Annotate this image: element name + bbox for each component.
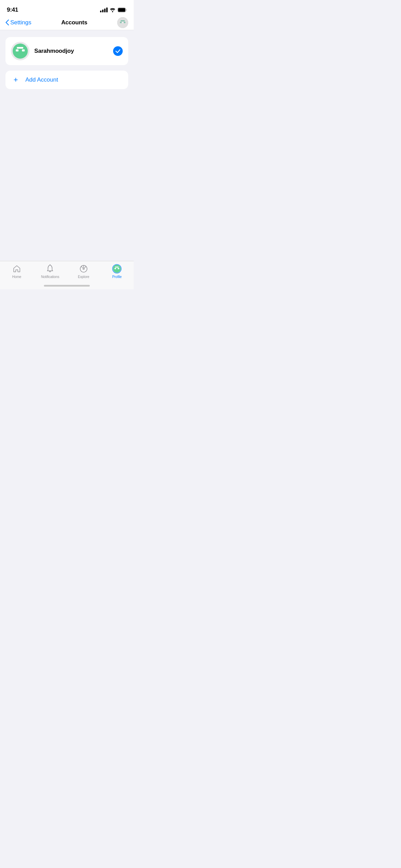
back-button[interactable]: Settings xyxy=(5,19,31,26)
add-account-row[interactable]: + Add Account xyxy=(5,71,128,89)
svg-point-0 xyxy=(112,11,113,12)
main-content: Sarahmoodjoy + Add Account xyxy=(0,30,134,96)
nav-bar: Settings Accounts xyxy=(0,15,134,30)
tab-profile[interactable]: Profile xyxy=(100,264,134,279)
page-title: Accounts xyxy=(61,19,87,26)
wifi-icon xyxy=(110,8,116,12)
explore-icon xyxy=(79,264,88,274)
add-plus-icon: + xyxy=(11,76,21,84)
nav-right-avatar[interactable] xyxy=(117,17,128,28)
status-time: 9:41 xyxy=(7,7,18,13)
svg-rect-21 xyxy=(115,267,119,268)
account-row-sarahmoodjoy[interactable]: Sarahmoodjoy xyxy=(5,37,128,65)
tab-home[interactable]: Home xyxy=(0,264,34,279)
svg-rect-22 xyxy=(114,268,116,269)
active-checkmark-icon xyxy=(113,46,123,56)
signal-icon xyxy=(100,8,108,12)
status-icons xyxy=(100,8,127,12)
home-icon xyxy=(12,264,22,274)
svg-rect-6 xyxy=(124,22,125,23)
add-account-card: + Add Account xyxy=(5,71,128,89)
account-logo-icon xyxy=(11,42,29,60)
tab-explore-label: Explore xyxy=(78,275,89,279)
notifications-icon xyxy=(45,264,55,274)
svg-rect-2 xyxy=(118,8,125,12)
svg-point-20 xyxy=(113,265,121,273)
battery-icon xyxy=(118,8,127,12)
account-name: Sarahmoodjoy xyxy=(34,48,108,55)
nav-avatar-icon xyxy=(117,17,128,28)
back-label: Settings xyxy=(10,19,31,26)
status-bar: 9:41 xyxy=(0,0,134,15)
svg-rect-11 xyxy=(16,49,19,51)
svg-rect-12 xyxy=(22,49,25,51)
home-bar xyxy=(44,285,90,287)
tab-profile-label: Profile xyxy=(112,275,122,279)
tab-home-label: Home xyxy=(12,275,21,279)
profile-icon xyxy=(112,264,122,274)
svg-rect-10 xyxy=(17,47,23,49)
add-account-label: Add Account xyxy=(25,76,58,83)
svg-point-9 xyxy=(13,44,28,59)
account-avatar xyxy=(11,42,29,60)
tab-notifications[interactable]: Notifications xyxy=(34,264,67,279)
svg-rect-5 xyxy=(120,22,122,23)
svg-rect-7 xyxy=(122,22,123,23)
account-card: Sarahmoodjoy xyxy=(5,37,128,65)
svg-line-15 xyxy=(81,266,83,268)
svg-line-16 xyxy=(85,266,86,268)
svg-rect-23 xyxy=(118,268,119,269)
tab-notifications-label: Notifications xyxy=(41,275,59,279)
tab-explore[interactable]: Explore xyxy=(67,264,100,279)
svg-rect-4 xyxy=(121,20,125,22)
